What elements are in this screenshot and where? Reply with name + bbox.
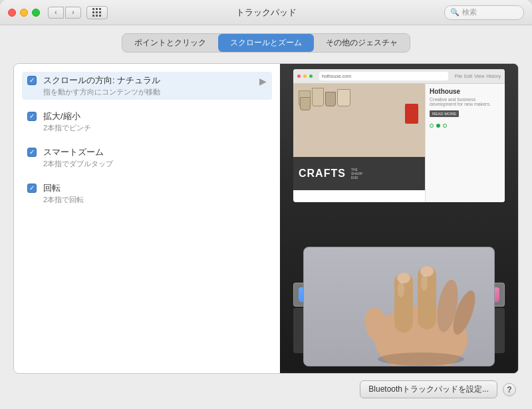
browser-max-dot	[309, 74, 313, 78]
option-text-smart-zoom: スマートズーム 2本指でダブルタップ	[43, 146, 113, 169]
tabs-row: ポイントとクリック スクロールとズーム その他のジェスチャ	[13, 33, 519, 53]
tab-point-click[interactable]: ポイントとクリック	[122, 34, 218, 52]
site-left: CRAFTS THE SHARP END	[293, 84, 425, 202]
cup-4	[337, 89, 350, 106]
option-text-rotate: 回転 2本指で回転	[43, 182, 84, 205]
checkbox-smart-zoom[interactable]: ✓	[27, 148, 37, 157]
crafts-bar: CRAFTS THE SHARP END	[293, 157, 425, 190]
browser-min-dot	[303, 74, 307, 78]
option-title-zoom: 拡大/縮小	[43, 110, 91, 122]
checkbox-rotate[interactable]: ✓	[27, 184, 37, 193]
option-desc-rotate: 2本指で回転	[43, 195, 84, 205]
main-panel: ✓ スクロールの方向: ナチュラル 指を動かす方向にコンテンツが移動 ▶ ✓ 拡…	[13, 63, 519, 374]
site-title: Hothouse	[430, 88, 501, 95]
option-smart-zoom: ✓ スマートズーム 2本指でダブルタップ	[27, 146, 267, 169]
bluetooth-button[interactable]: Bluetoothトラックパッドを設定...	[360, 380, 497, 398]
checkmark-icon: ✓	[29, 149, 35, 156]
options-list: ✓ スクロールの方向: ナチュラル 指を動かす方向にコンテンツが移動 ▶ ✓ 拡…	[14, 64, 280, 373]
help-button[interactable]: ?	[503, 383, 516, 396]
browser-url-bar[interactable]: hothouse.com	[319, 72, 448, 80]
main-window: ‹ › トラックパッド 🔍 検索 ポイントとクリック スクロールとズーム その他…	[0, 0, 532, 409]
titlebar: ‹ › トラックパッド 🔍 検索	[0, 0, 532, 25]
option-desc-zoom: 2本指でピンチ	[43, 123, 91, 133]
maximize-button[interactable]	[32, 9, 40, 17]
tabs-container: ポイントとクリック スクロールとズーム その他のジェスチャ	[122, 33, 410, 53]
option-desc-scroll-direction: 指を動かす方向にコンテンツが移動	[43, 87, 160, 97]
option-text-zoom: 拡大/縮小 2本指でピンチ	[43, 110, 91, 133]
crafts-text: CRAFTS	[299, 168, 346, 180]
dot-2	[436, 124, 440, 128]
svg-point-9	[421, 275, 428, 291]
nav-buttons: ‹ ›	[48, 7, 81, 19]
option-zoom: ✓ 拡大/縮小 2本指でピンチ	[27, 110, 267, 133]
laptop-preview: hothouse.com FileEditViewHistory	[280, 64, 518, 373]
tab-other-gestures[interactable]: その他のジェスチャ	[314, 34, 410, 52]
grid-button[interactable]	[86, 6, 108, 19]
website-content: CRAFTS THE SHARP END Hothouse	[293, 84, 505, 202]
checkmark-icon: ✓	[29, 185, 35, 192]
close-button[interactable]	[8, 9, 16, 17]
site-right: Hothouse Creative and business developme…	[425, 84, 505, 202]
minimize-button[interactable]	[20, 9, 28, 17]
window-title: トラックパッド	[236, 7, 297, 19]
checkbox-zoom[interactable]: ✓	[27, 112, 37, 121]
search-box[interactable]: 🔍 検索	[444, 5, 524, 20]
svg-point-6	[397, 273, 410, 283]
green-dots	[430, 124, 501, 128]
trackpad-area	[303, 247, 495, 366]
browser-chrome: hothouse.com FileEditViewHistory	[293, 69, 505, 84]
option-title-smart-zoom: スマートズーム	[43, 146, 113, 158]
red-accent	[405, 104, 418, 124]
traffic-lights	[8, 9, 40, 17]
checkmark-icon: ✓	[29, 77, 35, 84]
dot-3	[443, 124, 447, 128]
option-rotate: ✓ 回転 2本指で回転	[27, 182, 267, 205]
tab-scroll-zoom[interactable]: スクロールとズーム	[218, 34, 314, 52]
option-text-scroll-direction: スクロールの方向: ナチュラル 指を動かす方向にコンテンツが移動	[43, 74, 160, 97]
option-title-scroll-direction: スクロールの方向: ナチュラル	[43, 74, 160, 86]
option-scroll-direction: ✓ スクロールの方向: ナチュラル 指を動かす方向にコンテンツが移動 ▶	[22, 72, 272, 100]
grid-icon	[92, 8, 102, 17]
bottom-bar: Bluetoothトラックパッドを設定... ?	[13, 374, 519, 398]
cups-image	[293, 84, 425, 157]
option-title-rotate: 回転	[43, 182, 84, 194]
cup-2	[312, 88, 324, 106]
forward-button[interactable]: ›	[65, 7, 81, 19]
cup-3	[325, 92, 336, 106]
browser-menu-bar: FileEditViewHistory	[455, 74, 501, 78]
screen-area: hothouse.com FileEditViewHistory	[293, 69, 505, 202]
svg-point-7	[420, 266, 434, 277]
dot-1	[430, 124, 434, 128]
checkbox-scroll-direction[interactable]: ✓	[27, 76, 37, 85]
option-desc-smart-zoom: 2本指でダブルタップ	[43, 159, 113, 169]
arrow-right-icon: ▶	[259, 76, 267, 86]
svg-point-10	[378, 352, 464, 366]
checkmark-icon: ✓	[29, 113, 35, 120]
search-placeholder: 検索	[462, 7, 477, 17]
cup-5	[300, 97, 311, 110]
browser-close-dot	[297, 74, 301, 78]
back-button[interactable]: ‹	[48, 7, 64, 19]
read-more-button: READ MORE	[430, 110, 459, 117]
site-subtitle: Creative and business development for ne…	[430, 97, 501, 106]
preview-area: hothouse.com FileEditViewHistory	[280, 64, 518, 373]
hand-svg	[354, 253, 487, 366]
crafts-subtitle: THE SHARP END	[351, 168, 362, 180]
svg-point-8	[398, 281, 404, 297]
content-area: ポイントとクリック スクロールとズーム その他のジェスチャ ✓ スクロールの方向…	[0, 25, 532, 409]
search-icon: 🔍	[450, 8, 460, 17]
